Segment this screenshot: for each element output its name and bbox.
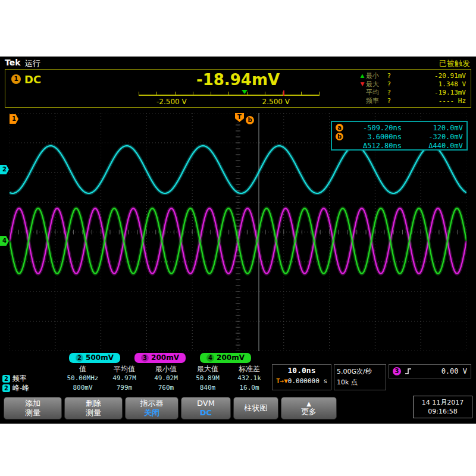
dvm-statistics: ▲ 最小 ? -20.91mV ▼ 最大 ? 1.348 V 平均 ? -19.…: [359, 71, 466, 105]
menu-histogram-button[interactable]: 柱状图: [233, 397, 278, 419]
channel-3-number: 3: [141, 354, 149, 362]
cursor-delta-row: Δ512.80ns Δ440.0mV: [336, 141, 463, 150]
meas-header-value: 值: [62, 364, 104, 374]
dvm-stat-max: ▼ 最大 ? 1.348 V: [359, 80, 466, 88]
dvm-stat-min: ▲ 最小 ? -20.91mV: [359, 71, 466, 80]
dvm-stat-mean: 平均 ? -19.13mV: [359, 88, 466, 96]
acquisition-readout-box: 5.00G次/秒 10k 点: [334, 364, 386, 390]
button-label: 测量: [4, 408, 61, 418]
channel-4-scale: 200mV: [217, 353, 245, 362]
meas-name: 频率: [12, 374, 27, 383]
menu-indicators-button[interactable]: 指示器 关闭: [125, 397, 178, 419]
stat-label: 频率: [366, 96, 385, 105]
channel-4-number: 4: [206, 354, 214, 362]
dvm-stat-frequency: 频率 ? ---- Hz: [359, 96, 466, 105]
record-length: 10k 点: [337, 377, 383, 388]
dvm-scale-min: -2.500 V: [156, 98, 187, 106]
max-arrow-icon: ▼: [359, 81, 366, 87]
trigger-source-badge: 3: [393, 367, 401, 375]
channel-2-position-marker[interactable]: 2: [0, 165, 9, 174]
tek-logo: Tek: [5, 58, 21, 67]
stat-value: ---- Hz: [393, 97, 466, 105]
cursor-b-marker[interactable]: b: [246, 116, 254, 124]
cursor-a-volt: 120.0mV: [402, 124, 463, 132]
dvm-panel: 1 DC -18.94mV -2.500 V 2.500 V ▲ 最小 ? -2…: [5, 69, 471, 108]
trigger-level-value: 0.00 V: [415, 367, 467, 375]
button-label: 删除: [65, 399, 122, 408]
meas-cell: 840m: [187, 383, 228, 393]
stat-label: 最大: [366, 80, 385, 89]
stat-label: 平均: [366, 88, 385, 97]
menu-dvm-button[interactable]: DVM DC: [181, 397, 231, 419]
button-label: 更多: [281, 407, 336, 416]
channel-3-scale-badge[interactable]: 3200mV: [134, 353, 186, 363]
button-label: 测量: [65, 408, 122, 418]
cursor-readout-box: a -509.20ns 120.0mV b 3.6000ns -320.0mV …: [331, 121, 468, 151]
channel-3-scale: 200mV: [151, 353, 179, 362]
menu-more-button[interactable]: ▲ 更多: [281, 397, 337, 419]
datetime-box: 14 11月2017 09:16:58: [413, 396, 472, 418]
cursor-a-time: -509.20ns: [347, 124, 402, 132]
channel-2-scale: 500mV: [86, 353, 114, 362]
button-state: 关闭: [126, 408, 178, 418]
dvm-max-marker: [283, 90, 284, 96]
cursor-delta-time: Δ512.80ns: [347, 142, 402, 150]
meas-header-mean: 平均值: [104, 364, 145, 374]
stat-question: ?: [385, 80, 393, 88]
channel-scale-badges: 2500mV 3200mV 4200mV: [0, 353, 476, 364]
channel-2-number: 2: [76, 354, 83, 362]
meas-header-max: 最大值: [187, 364, 228, 374]
acquisition-run-status: 运行: [25, 58, 40, 69]
min-arrow-icon: ▲: [359, 73, 366, 79]
trigger-position-icon: T→▼: [276, 377, 288, 385]
meas-cell: 760m: [145, 383, 187, 393]
horizontal-readout-box: 10.0ns T→▼0.000000 s: [272, 364, 331, 390]
cursor-b-time: 3.6000ns: [347, 133, 402, 141]
meas-channel-badge: 2: [2, 384, 10, 392]
cursor-delta-volt: Δ440.0mV: [402, 142, 463, 150]
meas-row-frequency-label: 2 频率: [2, 374, 62, 383]
timebase-value: 10.0ns: [273, 365, 331, 377]
meas-cell: 799m: [104, 383, 145, 393]
meas-row-pkpk-label: 2 峰-峰: [2, 383, 62, 393]
meas-cell: 432.1k: [228, 374, 270, 383]
button-state: DC: [181, 408, 230, 418]
cursor-b-row: b 3.6000ns -320.0mV: [336, 132, 463, 141]
button-label: 添加: [4, 399, 61, 408]
trigger-slope-icon: [405, 368, 412, 375]
meas-header-std: 标准差: [228, 364, 270, 374]
meas-cell: 16.0m: [228, 383, 270, 393]
meas-cell: 49.97M: [104, 374, 145, 383]
meas-name: 峰-峰: [12, 383, 29, 393]
meas-cell: 800mV: [62, 383, 104, 393]
trigger-status: 已被触发: [439, 58, 470, 69]
channel-4-scale-badge[interactable]: 4200mV: [200, 353, 251, 363]
button-label: 指示器: [126, 399, 178, 408]
date-value: 14 11月2017: [414, 398, 472, 407]
cursor-b-badge: b: [336, 133, 343, 140]
cursor-a-row: a -509.20ns 120.0mV: [336, 123, 463, 132]
cursor-b-volt: -320.0mV: [402, 133, 463, 141]
stat-value: -20.91mV: [393, 72, 466, 80]
time-value: 09:16:58: [414, 407, 472, 416]
channel-4-position-marker[interactable]: 4: [0, 236, 9, 246]
channel-2-scale-badge[interactable]: 2500mV: [69, 353, 120, 363]
stat-question: ?: [385, 72, 393, 80]
oscilloscope-screen: Tek 运行 已被触发 1 DC -18.94mV -2.500 V 2.500…: [0, 57, 476, 424]
button-label: DVM: [181, 399, 230, 408]
dvm-ruler-line: [139, 95, 320, 96]
menu-delete-measurement-button[interactable]: 删除 测量: [64, 397, 123, 419]
stat-question: ?: [385, 97, 393, 105]
dvm-scale-ruler: -2.500 V 2.500 V: [139, 91, 320, 105]
menu-add-measurement-button[interactable]: 添加 测量: [4, 397, 62, 419]
measurement-table: 值 平均值 最小值 最大值 标准差 2 频率 50.00MHz 49.97M 4…: [2, 364, 271, 393]
trigger-readout-box: 3 0.00 V: [389, 364, 471, 378]
trigger-position-value: 0.000000 s: [288, 377, 327, 385]
meas-cell: 50.00MHz: [62, 374, 104, 383]
stat-value: -19.13mV: [393, 89, 466, 96]
meas-cell: 49.02M: [145, 374, 187, 383]
meas-cell: 50.89M: [187, 374, 228, 383]
sample-rate: 5.00G次/秒: [337, 367, 383, 377]
meas-header-min: 最小值: [145, 364, 187, 374]
stat-label: 最小: [366, 71, 385, 80]
